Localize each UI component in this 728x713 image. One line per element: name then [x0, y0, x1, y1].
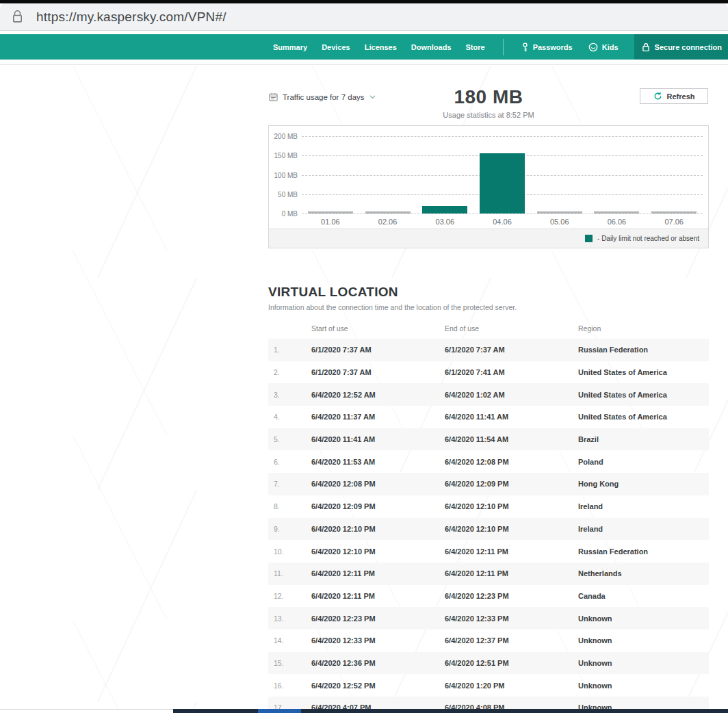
chart-bar-slot — [416, 206, 473, 213]
row-start-of-use: 6/4/2020 12:11 PM — [311, 592, 445, 600]
row-start-of-use: 6/4/2020 12:36 PM — [311, 659, 445, 667]
nav-tab-secure-connection[interactable]: Secure connection — [634, 34, 728, 60]
row-start-of-use: 6/4/2020 12:33 PM — [311, 636, 445, 645]
taskbar-dark-segment[interactable] — [173, 709, 728, 713]
nav-tab-devices[interactable]: Devices — [322, 43, 350, 51]
row-number: 16. — [268, 682, 311, 690]
lock-icon — [12, 10, 23, 24]
refresh-button[interactable]: Refresh — [640, 88, 708, 104]
nav-divider — [503, 39, 504, 55]
row-end-of-use: 6/4/2020 11:54 AM — [445, 435, 578, 443]
row-number: 5. — [268, 435, 311, 443]
table-row: 3.6/4/2020 12:52 AM6/4/2020 1:02 AMUnite… — [268, 383, 709, 406]
y-axis-tick: 200 MB — [269, 133, 298, 140]
chart-bar-04.06 — [480, 153, 525, 213]
nav-tab-downloads[interactable]: Downloads — [411, 43, 452, 51]
chart-bar-03.06 — [422, 206, 467, 213]
nav-tab-store[interactable]: Store — [466, 43, 485, 51]
row-region: Russian Federation — [578, 547, 709, 556]
refresh-label: Refresh — [667, 92, 695, 101]
table-row: 2.6/1/2020 7:37 AM6/1/2020 7:41 AMUnited… — [268, 361, 709, 384]
row-region: United States of America — [578, 413, 709, 421]
nav-tab-licenses[interactable]: Licenses — [365, 43, 397, 51]
row-end-of-use: 6/4/2020 12:08 PM — [445, 458, 578, 466]
nav-passwords-label: Passwords — [533, 43, 573, 51]
nav-kids-label: Kids — [602, 43, 619, 51]
row-start-of-use: 6/4/2020 12:52 AM — [311, 391, 445, 399]
refresh-icon — [653, 92, 662, 101]
row-region: Brazil — [578, 435, 709, 443]
row-region: Unknown — [578, 636, 709, 645]
lock-icon — [642, 42, 650, 52]
url-text[interactable]: https://my.kaspersky.com/VPN#/ — [36, 10, 226, 25]
nav-tab-passwords[interactable]: Passwords — [521, 42, 573, 52]
browser-address-bar[interactable]: https://my.kaspersky.com/VPN#/ — [0, 3, 728, 31]
header-start-of-use: Start of use — [311, 324, 445, 333]
x-axis-tick: 02.06 — [359, 218, 417, 226]
row-start-of-use: 6/4/2020 11:37 AM — [311, 413, 445, 421]
table-row: 15.6/4/2020 12:36 PM6/4/2020 12:51 PMUnk… — [268, 652, 709, 675]
x-axis-tick: 04.06 — [473, 218, 531, 226]
legend-label: - Daily limit not reached or absent — [597, 235, 699, 242]
nav-tab-kids[interactable]: Kids — [588, 42, 619, 52]
row-end-of-use: 6/4/2020 12:11 PM — [445, 569, 578, 578]
x-axis-tick: 01.06 — [302, 218, 359, 226]
gridline — [302, 213, 703, 214]
chart-x-labels: 01.0602.0603.0604.0605.0606.0607.06 — [302, 218, 703, 226]
table-row: 8.6/4/2020 12:09 PM6/4/2020 12:10 PMIrel… — [268, 495, 709, 518]
y-axis-tick: 100 MB — [269, 171, 298, 179]
y-axis-tick: 50 MB — [269, 190, 298, 198]
row-region: Ireland — [578, 525, 709, 533]
row-region: Unknown — [578, 614, 709, 623]
chart-plot: 01.0602.0603.0604.0605.0606.0607.06 200 … — [269, 126, 708, 229]
row-region: Russian Federation — [578, 346, 709, 354]
chart-bar-06.06 — [594, 211, 639, 213]
header-number — [268, 324, 311, 333]
x-axis-tick: 07.06 — [645, 218, 703, 226]
header-end-of-use: End of use — [445, 324, 578, 333]
main-navigation: Summary Devices Licenses Downloads Store… — [0, 34, 728, 60]
row-number: 6. — [268, 458, 311, 466]
kids-icon — [588, 42, 598, 52]
chart-legend: - Daily limit not reached or absent — [269, 229, 708, 248]
row-start-of-use: 6/4/2020 12:52 PM — [311, 682, 445, 690]
taskbar-edge — [0, 709, 728, 713]
table-row: 1.6/1/2020 7:37 AM6/1/2020 7:37 AMRussia… — [268, 339, 709, 361]
chart-bar-slot — [645, 211, 703, 213]
header-region: Region — [578, 324, 709, 333]
chart-bar-slot — [531, 211, 588, 213]
page-content: Traffic usage for 7 days 180 MB Usage st… — [0, 66, 728, 713]
table-row: 16.6/4/2020 12:52 PM6/4/2020 1:20 PMUnkn… — [268, 674, 709, 697]
row-number: 14. — [268, 636, 311, 645]
virtual-location-table: Start of use End of use Region 1.6/1/202… — [268, 320, 709, 713]
x-axis-tick: 05.06 — [531, 218, 588, 226]
chart-bar-07.06 — [651, 211, 697, 213]
chart-bar-slot — [359, 211, 417, 213]
traffic-chart-card: 01.0602.0603.0604.0605.0606.0607.06 200 … — [268, 125, 709, 248]
taskbar-active-app-indicator[interactable] — [258, 709, 301, 713]
row-end-of-use: 6/4/2020 12:10 PM — [445, 502, 578, 510]
row-number: 9. — [268, 525, 311, 533]
table-header: Start of use End of use Region — [268, 320, 709, 339]
traffic-subtitle: Usage statistics at 8:52 PM — [268, 111, 709, 119]
nav-secure-label: Secure connection — [655, 43, 722, 51]
y-axis-tick: 150 MB — [269, 152, 298, 159]
row-number: 13. — [268, 614, 311, 623]
row-start-of-use: 6/1/2020 7:37 AM — [311, 368, 445, 376]
row-end-of-use: 6/4/2020 12:51 PM — [445, 659, 578, 667]
chart-bar-slot — [302, 211, 359, 213]
table-row: 7.6/4/2020 12:08 PM6/4/2020 12:09 PMHong… — [268, 473, 709, 495]
row-region: Unknown — [578, 659, 709, 667]
row-number: 3. — [268, 391, 311, 399]
row-number: 15. — [268, 659, 311, 667]
table-row: 6.6/4/2020 11:53 AM6/4/2020 12:08 PMPola… — [268, 450, 709, 473]
table-row: 11.6/4/2020 12:11 PM6/4/2020 12:11 PMNet… — [268, 562, 709, 585]
page-title: VIRTUAL LOCATION — [268, 285, 709, 300]
row-end-of-use: 6/4/2020 1:02 AM — [445, 391, 578, 399]
row-end-of-use: 6/4/2020 12:37 PM — [445, 636, 578, 645]
row-number: 7. — [268, 480, 311, 488]
table-row: 5.6/4/2020 11:41 AM6/4/2020 11:54 AMBraz… — [268, 428, 709, 451]
nav-tab-summary[interactable]: Summary — [273, 43, 307, 51]
row-start-of-use: 6/4/2020 11:53 AM — [311, 458, 445, 466]
row-region: United States of America — [578, 368, 709, 376]
